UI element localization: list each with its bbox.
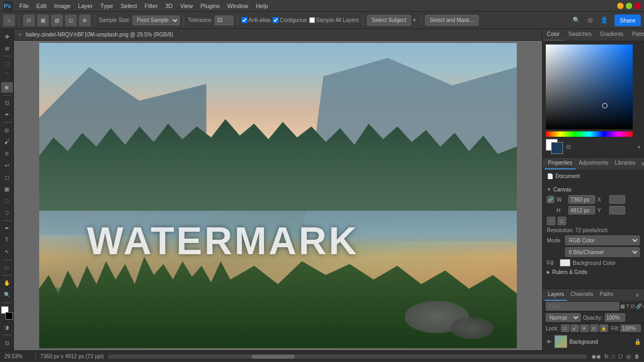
- minimize-button[interactable]: [617, 3, 624, 9]
- artboard-tool[interactable]: ⊞: [1, 43, 13, 54]
- dodge-tool[interactable]: ⬯: [1, 208, 13, 218]
- anti-alias-checkbox[interactable]: [241, 17, 247, 23]
- menu-filter[interactable]: Filter: [141, 2, 160, 10]
- link-button[interactable]: 🔗: [547, 196, 554, 203]
- layers-icon-4[interactable]: 🔗: [636, 302, 642, 311]
- search-icon[interactable]: 🔍: [570, 14, 582, 26]
- quick-select-tool[interactable]: ◉: [1, 82, 13, 93]
- pen-tool[interactable]: ✒: [1, 223, 13, 234]
- lock-transparent-btn[interactable]: ⊡: [561, 324, 569, 332]
- horizontal-scrollbar[interactable]: [108, 354, 587, 359]
- menu-edit[interactable]: Edit: [33, 2, 50, 10]
- color-picker-indicator[interactable]: [602, 103, 608, 108]
- home-icon[interactable]: ⌂: [3, 14, 15, 26]
- select-and-mask-button[interactable]: Select and Mask...: [425, 15, 479, 26]
- select-subject-button[interactable]: Select Subject: [367, 15, 411, 26]
- status-icon-1[interactable]: ◉◉: [591, 353, 601, 359]
- document-section-title[interactable]: 📄 Document: [547, 172, 640, 181]
- menu-select[interactable]: Select: [118, 2, 141, 10]
- account-icon[interactable]: 👤: [598, 14, 610, 26]
- menu-type[interactable]: Type: [97, 2, 116, 10]
- spot-heal-tool[interactable]: ◎: [1, 125, 13, 136]
- menu-file[interactable]: File: [16, 2, 32, 10]
- x-input[interactable]: [609, 195, 625, 204]
- lasso-tool[interactable]: ⌒: [1, 70, 13, 81]
- tab-libraries[interactable]: Libraries: [612, 158, 639, 169]
- status-icon-3[interactable]: □: [612, 353, 615, 359]
- tab-channels[interactable]: Channels: [567, 289, 596, 301]
- bit-depth-select[interactable]: 8 Bits/Channel: [565, 247, 640, 257]
- foreground-swatch[interactable]: [551, 142, 563, 154]
- properties-menu-btn[interactable]: ≡: [639, 158, 644, 169]
- fill-input[interactable]: [620, 324, 641, 332]
- canvas-icon-btn-1[interactable]: □: [547, 217, 555, 225]
- layer-visibility-icon[interactable]: 👁: [546, 338, 552, 345]
- height-input[interactable]: [568, 206, 595, 215]
- lock-position-btn[interactable]: ✥: [580, 324, 589, 332]
- quick-mask-btn[interactable]: ◑: [1, 322, 13, 333]
- layers-filter-icon[interactable]: ▦: [620, 302, 625, 311]
- layer-mode-select[interactable]: Normal: [546, 313, 581, 322]
- contiguous-checkbox-label[interactable]: Contiguous: [273, 17, 307, 23]
- menu-plugins[interactable]: Plugins: [197, 2, 223, 10]
- menu-layer[interactable]: Layer: [75, 2, 96, 10]
- status-icon-5[interactable]: ◎: [626, 353, 631, 359]
- document-tab-title[interactable]: bailey-zindel-NRQV-hBF10M-unsplash.png @…: [26, 32, 173, 38]
- stamp-tool[interactable]: ⎘: [1, 149, 13, 159]
- fill-swatch[interactable]: [560, 259, 570, 267]
- marquee-tool[interactable]: ⬚: [1, 58, 13, 69]
- tab-paths[interactable]: Paths: [596, 289, 617, 301]
- status-icon-4[interactable]: ⬡: [618, 353, 623, 359]
- lock-artboard-btn[interactable]: ⊞: [590, 324, 598, 332]
- table-row[interactable]: 👁 Background 🔒: [543, 334, 644, 350]
- menu-help[interactable]: Help: [253, 2, 272, 10]
- lock-image-btn[interactable]: 🖌: [570, 324, 579, 332]
- tool-mode-icon3[interactable]: ◱: [65, 14, 77, 26]
- tool-mode-icon4[interactable]: ⊕: [79, 14, 91, 26]
- menu-window[interactable]: Window: [224, 2, 252, 10]
- zoom-tool[interactable]: 🔍: [1, 290, 13, 300]
- sample-all-checkbox[interactable]: [309, 17, 315, 23]
- y-input[interactable]: [609, 206, 625, 215]
- menu-image[interactable]: Image: [51, 2, 74, 10]
- canvas-viewport[interactable]: WATERMARK: [14, 41, 542, 350]
- tool-mode-icon1[interactable]: ▦: [37, 14, 49, 26]
- color-expand-icon[interactable]: ⊡: [566, 144, 635, 150]
- mode-select[interactable]: RGB Color: [565, 235, 640, 245]
- eyedropper-tool[interactable]: ✒: [1, 109, 13, 120]
- discover-icon[interactable]: ◎: [584, 14, 596, 26]
- layers-icon-3[interactable]: ⊡: [631, 302, 635, 311]
- opacity-input[interactable]: [605, 313, 625, 322]
- blur-tool[interactable]: ◌: [1, 196, 13, 206]
- scrollbar-thumb[interactable]: [252, 354, 295, 359]
- contiguous-checkbox[interactable]: [273, 17, 279, 23]
- move-tool[interactable]: ✥: [1, 31, 13, 42]
- tab-layers[interactable]: Layers: [545, 289, 567, 301]
- background-color[interactable]: [5, 312, 13, 320]
- canvas-section-title[interactable]: ▼ Canvas: [547, 185, 640, 194]
- layers-pin-icon[interactable]: T: [626, 302, 630, 311]
- layers-search-input[interactable]: [546, 302, 619, 311]
- tab-gradients[interactable]: Gradients: [596, 29, 627, 41]
- tab-properties[interactable]: Properties: [545, 158, 576, 169]
- width-input[interactable]: [568, 195, 595, 204]
- text-tool[interactable]: T: [1, 235, 13, 246]
- layers-menu-btn[interactable]: ≡: [633, 289, 642, 301]
- hand-tool[interactable]: ✋: [1, 278, 13, 289]
- tool-mode-icon2[interactable]: ▧: [51, 14, 63, 26]
- screen-mode-btn[interactable]: ⊡: [1, 337, 13, 348]
- crop-tool[interactable]: ⊡: [1, 98, 13, 108]
- path-select-tool[interactable]: ↖: [1, 247, 13, 257]
- shape-tool[interactable]: □: [1, 262, 13, 273]
- sample-all-checkbox-label[interactable]: Sample All Layers: [309, 17, 359, 23]
- anti-alias-checkbox-label[interactable]: Anti-alias: [241, 17, 270, 23]
- sample-size-select[interactable]: Point Sample: [133, 16, 180, 25]
- tab-swatches[interactable]: Swatches: [564, 29, 596, 41]
- status-icon-2[interactable]: fx: [604, 353, 609, 359]
- color-spectrum[interactable]: [546, 45, 633, 129]
- menu-view[interactable]: View: [177, 2, 196, 10]
- tab-patterns[interactable]: Patterns: [628, 29, 644, 41]
- eraser-tool[interactable]: ◻: [1, 172, 13, 183]
- status-icon-6[interactable]: 🗑: [634, 353, 640, 359]
- maximize-button[interactable]: [626, 3, 632, 9]
